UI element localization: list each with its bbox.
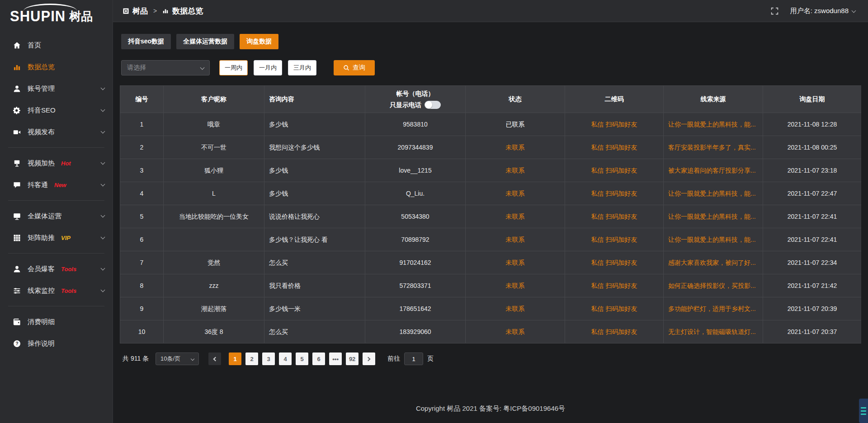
qrcode-links[interactable]: 私信 扫码加好友 [565,182,664,205]
breadcrumb-current-icon [162,8,169,14]
date-cell: 2021-11-07 22:34 [763,251,861,274]
source-link[interactable]: 客厅安装投影半年多了，真实... [664,136,763,159]
sidebar-item[interactable]: 全媒体运营 [0,205,113,227]
app-logo[interactable]: SHUPIN 树品 [0,0,113,28]
page-size-select[interactable]: 10条/页 [156,352,199,365]
qrcode-links[interactable]: 私信 扫码加好友 [565,228,664,251]
sidebar-item[interactable]: 首页 [0,34,113,56]
sidebar-item[interactable]: 数据总览 [0,56,113,78]
qrcode-links[interactable]: 私信 扫码加好友 [565,136,664,159]
account-cell: 183929060 [365,320,466,343]
source-link[interactable]: 让你一眼就爱上的黑科技，能... [664,182,763,205]
period-button[interactable]: 一周内 [219,60,248,75]
qrcode-links[interactable]: 私信 扫码加好友 [565,297,664,320]
bar-chart-icon [13,63,21,71]
fullscreen-icon[interactable] [771,7,778,15]
qrcode-links[interactable]: 私信 扫码加好友 [565,274,664,297]
sidebar-item[interactable]: 消费明细 [0,311,113,333]
nickname-cell: 狐小狸 [164,159,264,182]
chevron-down-icon [191,357,194,361]
row-id-cell: 10 [120,320,164,343]
main-column: 树品 > 数据总览 用户名: zswodun88 抖音seo数据全媒体运营数据询… [113,0,868,423]
sidebar-item[interactable]: 线索监控Tools [0,280,113,301]
column-header: 帐号（电话） 只显示电话 [365,86,466,113]
status-badge: VIP [61,235,71,241]
page-button[interactable]: 4 [279,352,292,365]
page-button[interactable]: 6 [312,352,325,365]
table-row: 4L多少钱Q_Liu.未联系私信 扫码加好友让你一眼就爱上的黑科技，能...20… [120,182,861,205]
user-label: 用户名: zswodun88 [790,7,849,15]
content: 抖音seo数据全媒体运营数据询盘数据 请选择 一周内一月内三月内 查询 编号客户… [113,22,868,394]
table-row: 1哦章多少钱9583810已联系私信 扫码加好友让你一眼就爱上的黑科技，能...… [120,113,861,136]
goto-page-input[interactable] [404,352,423,365]
data-tabs: 抖音seo数据全媒体运营数据询盘数据 [121,34,861,49]
filter-select[interactable]: 请选择 [121,60,210,75]
qrcode-links[interactable]: 私信 扫码加好友 [565,320,664,343]
breadcrumb-root[interactable]: 树品 [132,6,148,16]
footer: Copyright 树品 2021 备案号: 粤ICP备09019646号 [113,394,868,423]
tab-抖音seo数据[interactable]: 抖音seo数据 [121,34,171,49]
qrcode-links[interactable]: 私信 扫码加好友 [565,113,664,136]
source-link[interactable]: 让你一眼就爱上的黑科技，能... [664,228,763,251]
column-header: 询盘日期 [763,86,861,113]
qrcode-links[interactable]: 私信 扫码加好友 [565,251,664,274]
source-link[interactable]: 多功能护栏灯，适用于乡村文... [664,297,763,320]
sidebar-item[interactable]: 账号管理 [0,78,113,99]
page-button[interactable]: 3 [262,352,275,365]
column-header: 状态 [466,86,565,113]
period-button[interactable]: 一月内 [254,60,282,75]
status-cell: 未联系 [466,320,565,343]
sidebar-item[interactable]: 抖音SEO [0,99,113,121]
sidebar-item[interactable]: 抖客通New [0,174,113,196]
tab-全媒体运营数据[interactable]: 全媒体运营数据 [176,34,234,49]
gear-icon [13,106,21,114]
next-page-button[interactable] [363,352,375,365]
sidebar-item[interactable]: 会员爆客Tools [0,258,113,280]
prev-page-button[interactable] [208,352,221,365]
sidebar-item[interactable]: 矩阵助推VIP [0,227,113,249]
video-icon [13,128,21,136]
period-button[interactable]: 三月内 [288,60,316,75]
table-row: 5当地比较能吃的一位美女说说价格让我死心50534380未联系私信 扫码加好友让… [120,205,861,228]
column-header: 客户昵称 [164,86,264,113]
sidebar-item[interactable]: 视频发布 [0,121,113,143]
sidebar-item[interactable]: 视频加热Hot [0,152,113,174]
page-button[interactable]: 92 [346,352,359,365]
table-row: 1036度 8怎么买183929060未联系私信 扫码加好友无主灯设计，智能磁吸… [120,320,861,343]
source-link[interactable]: 让你一眼就爱上的黑科技，能... [664,113,763,136]
user-menu[interactable]: 用户名: zswodun88 [790,7,855,15]
content-cell: 说说价格让我死心 [264,205,365,228]
qrcode-links[interactable]: 私信 扫码加好友 [565,205,664,228]
content-cell: 我想问这个多少钱 [264,136,365,159]
source-link[interactable]: 让你一眼就爱上的黑科技，能... [664,205,763,228]
row-id-cell: 2 [120,136,164,159]
source-link[interactable]: 感谢大家喜欢我家，被问了好... [664,251,763,274]
query-button[interactable]: 查询 [334,60,375,75]
table-row: 7觉然怎么买917024162未联系私信 扫码加好友感谢大家喜欢我家，被问了好.… [120,251,861,274]
source-link[interactable]: 被大家追着问的客厅投影分享... [664,159,763,182]
floating-widget[interactable] [859,399,868,423]
content-cell: 多少钱一米 [264,297,365,320]
phone-only-toggle[interactable] [425,101,441,109]
more-pages-button[interactable]: ••• [329,352,342,365]
date-cell: 2021-11-07 22:41 [763,228,861,251]
content-cell: 多少钱 [264,182,365,205]
page-button[interactable]: 1 [229,352,241,365]
page-button[interactable]: 2 [245,352,258,365]
source-link[interactable]: 无主灯设计，智能磁吸轨道灯... [664,320,763,343]
source-link[interactable]: 如何正确选择投影仪，买投影... [664,274,763,297]
nickname-cell: 不可一世 [164,136,264,159]
nickname-cell: L [164,182,264,205]
grid-icon [13,234,21,242]
member-icon [13,265,21,273]
qrcode-links[interactable]: 私信 扫码加好友 [565,159,664,182]
page-button[interactable]: 5 [296,352,308,365]
sidebar-item[interactable]: ?操作说明 [0,333,113,354]
status-badge: Tools [61,266,76,273]
user-icon [13,85,21,93]
row-id-cell: 8 [120,274,164,297]
nickname-cell: 潮起潮落 [164,297,264,320]
chevron-down-icon [200,65,205,70]
sidebar-item-label: 全媒体运营 [28,212,61,221]
tab-询盘数据[interactable]: 询盘数据 [240,34,278,49]
